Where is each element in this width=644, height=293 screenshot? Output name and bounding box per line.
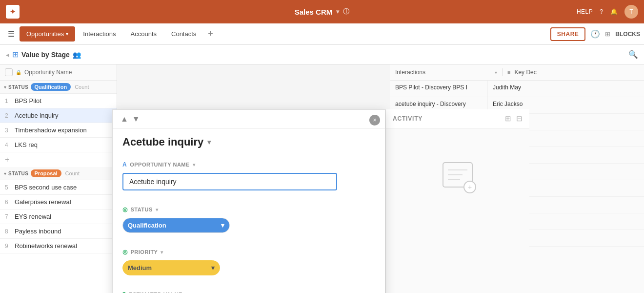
modal-nav-up[interactable]: ▲ bbox=[121, 115, 128, 124]
help-label[interactable]: HELP bbox=[577, 8, 593, 15]
collapse-toggle[interactable]: ◂ bbox=[6, 51, 9, 59]
qualification-chevron[interactable]: ▾ bbox=[4, 84, 6, 90]
nav-right-icons: 🕐 ⊞ BLOCKS bbox=[590, 29, 640, 39]
opportunity-name-label: A OPPORTUNITY NAME ▾ bbox=[122, 161, 375, 168]
nav-tab-opportunities[interactable]: Opportunities ▾ bbox=[20, 26, 75, 42]
top-bar-right: HELP ? 🔔 T bbox=[577, 5, 638, 19]
blocks-icon[interactable]: ⊞ bbox=[605, 30, 610, 38]
left-panel: 🔒 Opportunity Name ▾ STATUS Qualificatio… bbox=[0, 64, 117, 293]
modal-close-button[interactable]: × bbox=[369, 115, 380, 126]
avatar[interactable]: T bbox=[624, 5, 638, 19]
notification-icon[interactable]: 🔔 bbox=[610, 8, 618, 15]
search-icon[interactable]: 🔍 bbox=[628, 50, 638, 59]
grid-view-icon[interactable]: ⊞ bbox=[12, 50, 19, 59]
table-row[interactable]: 1 BPS Pilot bbox=[0, 94, 117, 108]
qualification-group-header: ▾ STATUS Qualification Count bbox=[0, 81, 117, 94]
priority-select[interactable]: Medium ▾ bbox=[122, 260, 220, 275]
hamburger-icon[interactable]: ☰ bbox=[4, 26, 19, 42]
activity-panel: ACTIVITY ⊞ ⊟ + bbox=[385, 109, 529, 293]
activity-header: ACTIVITY ⊞ ⊟ bbox=[386, 109, 529, 128]
modal-nav-down[interactable]: ▼ bbox=[132, 115, 140, 124]
share-button[interactable]: SHARE bbox=[550, 27, 586, 41]
history-icon[interactable]: 🕐 bbox=[590, 29, 600, 39]
status-field: ◎ STATUS ▾ Qualification ▾ bbox=[113, 198, 385, 241]
app-logo: ✦ bbox=[6, 5, 20, 19]
opp-name-dropdown[interactable]: ▾ bbox=[193, 162, 196, 167]
right-row: BPS Pilot - Discovery BPS I Judith May bbox=[390, 81, 644, 97]
table-row[interactable]: 7 EYS renewal bbox=[0, 209, 117, 224]
opportunities-chevron: ▾ bbox=[66, 31, 68, 37]
modal-title-dropdown[interactable]: ▾ bbox=[207, 138, 211, 146]
app-title: Sales CRM bbox=[295, 8, 333, 16]
row-interactions-0: BPS Pilot - Discovery BPS I bbox=[390, 81, 488, 97]
nav-tab-interactions[interactable]: Interactions bbox=[76, 26, 122, 42]
activity-icons: ⊞ ⊟ bbox=[505, 114, 523, 123]
estimated-value-icon: $ bbox=[122, 291, 126, 293]
nav-bar: ☰ Opportunities ▾ Interactions Accounts … bbox=[0, 23, 644, 45]
blocks-label[interactable]: BLOCKS bbox=[615, 31, 640, 38]
sub-header: ◂ ⊞ Value by Stage 👥 🔍 bbox=[0, 45, 644, 64]
page-title: Value by Stage bbox=[21, 51, 70, 59]
people-icon[interactable]: 👥 bbox=[73, 51, 81, 59]
opportunity-modal: ▲ ▼ × Acetube inquiry ▾ A OPPORTUNITY NA… bbox=[112, 109, 385, 293]
main-content: 🔒 Opportunity Name ▾ STATUS Qualificatio… bbox=[0, 64, 644, 293]
nav-tab-contacts[interactable]: Contacts bbox=[164, 26, 203, 42]
proposal-count: Count bbox=[65, 170, 80, 176]
opp-name-icon: A bbox=[122, 161, 127, 168]
proposal-badge: Proposal bbox=[31, 169, 61, 177]
row-contact-0: Judith May bbox=[488, 81, 526, 97]
opportunity-name-field: A OPPORTUNITY NAME ▾ bbox=[113, 153, 385, 198]
nav-tab-accounts[interactable]: Accounts bbox=[124, 26, 163, 42]
status-label: ◎ STATUS ▾ bbox=[122, 206, 375, 213]
select-all-checkbox[interactable] bbox=[5, 68, 13, 76]
opportunity-name-input[interactable] bbox=[122, 173, 337, 190]
estimated-value-field: $ ESTIMATED VALUE ▾ bbox=[113, 283, 385, 293]
column-header-name: Opportunity Name bbox=[24, 69, 72, 76]
interactions-col-header: Interactions bbox=[395, 69, 493, 76]
priority-icon: ◎ bbox=[122, 249, 128, 255]
priority-dropdown-label[interactable]: ▾ bbox=[161, 250, 163, 255]
svg-text:+: + bbox=[468, 183, 472, 191]
priority-select-chevron: ▾ bbox=[211, 264, 215, 272]
activity-collapse-icon[interactable]: ⊟ bbox=[516, 114, 523, 123]
modal-nav: ▲ ▼ bbox=[113, 110, 385, 129]
help-icon[interactable]: ? bbox=[600, 8, 603, 15]
priority-label: ◎ PRIORITY ▾ bbox=[122, 249, 375, 255]
activity-empty-state: + bbox=[386, 128, 529, 226]
status-select[interactable]: Qualification ▾ bbox=[122, 218, 230, 233]
table-row[interactable]: 8 Payless inbound bbox=[0, 224, 117, 239]
priority-field: ◎ PRIORITY ▾ Medium ▾ bbox=[113, 241, 385, 283]
add-qualification-row[interactable]: + bbox=[0, 152, 117, 167]
right-col-header: Interactions ▾ ≡ Key Dec bbox=[390, 64, 644, 81]
table-row[interactable]: 9 Robinetworks renewal bbox=[0, 239, 117, 253]
proposal-group-header: ▾ STATUS Proposal Count bbox=[0, 167, 117, 180]
keydec-col-header: Key Dec bbox=[514, 69, 639, 76]
title-dropdown-icon[interactable]: ▾ bbox=[336, 8, 339, 15]
table-header: 🔒 Opportunity Name bbox=[0, 64, 117, 81]
interactions-dropdown[interactable]: ▾ bbox=[495, 70, 497, 75]
estimated-value-label: $ ESTIMATED VALUE ▾ bbox=[122, 291, 375, 293]
table-row[interactable]: 3 Timbershadow expansion bbox=[0, 123, 117, 138]
modal-title: Acetube inquiry ▾ bbox=[113, 129, 385, 153]
qualification-badge: Qualification bbox=[31, 83, 71, 91]
app-title-area: Sales CRM ▾ ⓘ bbox=[295, 7, 350, 16]
lock-icon: 🔒 bbox=[16, 70, 21, 75]
status-dropdown-label[interactable]: ▾ bbox=[156, 207, 159, 212]
activity-title: ACTIVITY bbox=[393, 115, 505, 122]
table-row[interactable]: 2 Acetube inquiry bbox=[0, 108, 117, 123]
qualification-count: Count bbox=[75, 84, 89, 90]
table-row[interactable]: 4 LKS req bbox=[0, 138, 117, 152]
status-select-chevron: ▾ bbox=[221, 222, 224, 229]
activity-feed-icon[interactable]: ⊞ bbox=[505, 114, 511, 123]
add-tab-button[interactable]: + bbox=[204, 27, 217, 41]
status-icon: ◎ bbox=[122, 206, 128, 213]
sub-header-left: ◂ ⊞ Value by Stage 👥 bbox=[6, 50, 81, 59]
keydec-col-header-icon: ≡ bbox=[507, 69, 510, 75]
info-icon: ⓘ bbox=[343, 7, 349, 16]
table-row[interactable]: 6 Galerprises renewal bbox=[0, 195, 117, 209]
proposal-chevron[interactable]: ▾ bbox=[4, 171, 6, 176]
top-bar: ✦ Sales CRM ▾ ⓘ HELP ? 🔔 T bbox=[0, 0, 644, 23]
table-row[interactable]: 5 BPS second use case bbox=[0, 180, 117, 195]
